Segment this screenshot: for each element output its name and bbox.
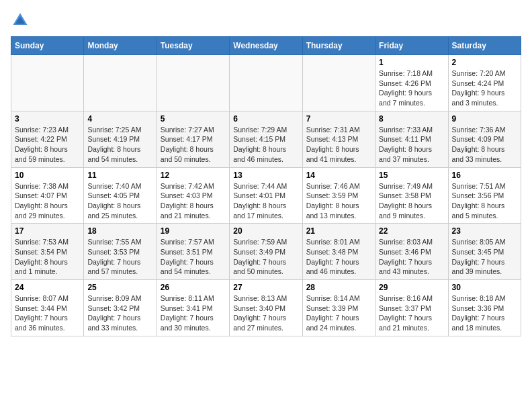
day-info: Sunrise: 8:13 AM Sunset: 3:40 PM Dayligh… bbox=[233, 293, 298, 333]
calendar-cell: 6Sunrise: 7:29 AM Sunset: 4:15 PM Daylig… bbox=[230, 111, 302, 167]
calendar-cell: 19Sunrise: 7:57 AM Sunset: 3:51 PM Dayli… bbox=[157, 224, 229, 280]
calendar-cell: 20Sunrise: 7:59 AM Sunset: 3:49 PM Dayli… bbox=[230, 224, 302, 280]
calendar-header-row: SundayMondayTuesdayWednesdayThursdayFrid… bbox=[11, 37, 521, 55]
day-info: Sunrise: 7:53 AM Sunset: 3:54 PM Dayligh… bbox=[15, 237, 80, 277]
day-number: 26 bbox=[161, 283, 226, 292]
calendar-cell: 11Sunrise: 7:40 AM Sunset: 4:05 PM Dayli… bbox=[84, 167, 157, 224]
day-number: 27 bbox=[233, 283, 298, 292]
day-number: 14 bbox=[306, 171, 371, 180]
calendar-week-row: 3Sunrise: 7:23 AM Sunset: 4:22 PM Daylig… bbox=[11, 111, 521, 167]
day-info: Sunrise: 7:27 AM Sunset: 4:17 PM Dayligh… bbox=[161, 125, 226, 165]
day-number: 6 bbox=[233, 114, 298, 124]
day-number: 9 bbox=[452, 114, 517, 124]
calendar-cell: 3Sunrise: 7:23 AM Sunset: 4:22 PM Daylig… bbox=[11, 111, 84, 167]
day-info: Sunrise: 8:14 AM Sunset: 3:39 PM Dayligh… bbox=[306, 293, 371, 333]
calendar-header-sunday: Sunday bbox=[11, 37, 84, 55]
day-number: 1 bbox=[379, 58, 444, 67]
calendar-cell: 27Sunrise: 8:13 AM Sunset: 3:40 PM Dayli… bbox=[230, 280, 302, 336]
calendar-week-row: 10Sunrise: 7:38 AM Sunset: 4:07 PM Dayli… bbox=[11, 167, 521, 224]
day-info: Sunrise: 7:40 AM Sunset: 4:05 PM Dayligh… bbox=[87, 181, 152, 221]
day-number: 23 bbox=[452, 226, 517, 236]
day-number: 17 bbox=[15, 226, 80, 236]
day-number: 21 bbox=[306, 226, 371, 236]
calendar-cell: 2Sunrise: 7:20 AM Sunset: 4:24 PM Daylig… bbox=[448, 55, 521, 111]
day-number: 15 bbox=[379, 171, 444, 180]
calendar-cell: 30Sunrise: 8:18 AM Sunset: 3:36 PM Dayli… bbox=[448, 280, 521, 336]
day-info: Sunrise: 7:44 AM Sunset: 4:01 PM Dayligh… bbox=[233, 181, 298, 221]
calendar-cell: 25Sunrise: 8:09 AM Sunset: 3:42 PM Dayli… bbox=[84, 280, 157, 336]
calendar-cell: 1Sunrise: 7:18 AM Sunset: 4:26 PM Daylig… bbox=[375, 55, 448, 111]
calendar-cell: 4Sunrise: 7:25 AM Sunset: 4:19 PM Daylig… bbox=[84, 111, 157, 167]
calendar-cell: 9Sunrise: 7:36 AM Sunset: 4:09 PM Daylig… bbox=[448, 111, 521, 167]
calendar-cell: 23Sunrise: 8:05 AM Sunset: 3:45 PM Dayli… bbox=[448, 224, 521, 280]
calendar-week-row: 1Sunrise: 7:18 AM Sunset: 4:26 PM Daylig… bbox=[11, 55, 521, 111]
page-header bbox=[11, 11, 521, 30]
calendar-cell: 22Sunrise: 8:03 AM Sunset: 3:46 PM Dayli… bbox=[375, 224, 448, 280]
day-number: 16 bbox=[452, 171, 517, 180]
day-number: 10 bbox=[15, 171, 80, 180]
calendar-cell: 18Sunrise: 7:55 AM Sunset: 3:53 PM Dayli… bbox=[84, 224, 157, 280]
day-info: Sunrise: 7:31 AM Sunset: 4:13 PM Dayligh… bbox=[306, 125, 371, 165]
day-info: Sunrise: 8:05 AM Sunset: 3:45 PM Dayligh… bbox=[452, 237, 517, 277]
calendar-header-friday: Friday bbox=[375, 37, 448, 55]
calendar-cell: 10Sunrise: 7:38 AM Sunset: 4:07 PM Dayli… bbox=[11, 167, 84, 224]
day-info: Sunrise: 8:01 AM Sunset: 3:48 PM Dayligh… bbox=[306, 237, 371, 277]
day-info: Sunrise: 7:49 AM Sunset: 3:58 PM Dayligh… bbox=[379, 181, 444, 221]
day-number: 11 bbox=[87, 171, 152, 180]
day-info: Sunrise: 8:16 AM Sunset: 3:37 PM Dayligh… bbox=[379, 293, 444, 333]
calendar-cell: 16Sunrise: 7:51 AM Sunset: 3:56 PM Dayli… bbox=[448, 167, 521, 224]
day-info: Sunrise: 7:46 AM Sunset: 3:59 PM Dayligh… bbox=[306, 181, 371, 221]
day-number: 5 bbox=[161, 114, 226, 124]
day-number: 20 bbox=[233, 226, 298, 236]
day-info: Sunrise: 7:55 AM Sunset: 3:53 PM Dayligh… bbox=[87, 237, 152, 277]
day-number: 13 bbox=[233, 171, 298, 180]
calendar-cell: 13Sunrise: 7:44 AM Sunset: 4:01 PM Dayli… bbox=[230, 167, 302, 224]
calendar-header-saturday: Saturday bbox=[448, 37, 521, 55]
calendar-cell: 29Sunrise: 8:16 AM Sunset: 3:37 PM Dayli… bbox=[375, 280, 448, 336]
day-number: 19 bbox=[161, 226, 226, 236]
day-info: Sunrise: 7:25 AM Sunset: 4:19 PM Dayligh… bbox=[87, 125, 152, 165]
calendar-header-monday: Monday bbox=[84, 37, 157, 55]
day-info: Sunrise: 8:18 AM Sunset: 3:36 PM Dayligh… bbox=[452, 293, 517, 333]
calendar-cell: 24Sunrise: 8:07 AM Sunset: 3:44 PM Dayli… bbox=[11, 280, 84, 336]
day-number: 24 bbox=[15, 283, 80, 292]
calendar-cell: 21Sunrise: 8:01 AM Sunset: 3:48 PM Dayli… bbox=[302, 224, 375, 280]
day-info: Sunrise: 7:51 AM Sunset: 3:56 PM Dayligh… bbox=[452, 181, 517, 221]
day-info: Sunrise: 7:20 AM Sunset: 4:24 PM Dayligh… bbox=[452, 68, 517, 108]
day-info: Sunrise: 8:09 AM Sunset: 3:42 PM Dayligh… bbox=[87, 293, 152, 333]
calendar-cell: 28Sunrise: 8:14 AM Sunset: 3:39 PM Dayli… bbox=[302, 280, 375, 336]
calendar-cell: 12Sunrise: 7:42 AM Sunset: 4:03 PM Dayli… bbox=[157, 167, 229, 224]
calendar-week-row: 24Sunrise: 8:07 AM Sunset: 3:44 PM Dayli… bbox=[11, 280, 521, 336]
day-number: 28 bbox=[306, 283, 371, 292]
calendar-cell: 15Sunrise: 7:49 AM Sunset: 3:58 PM Dayli… bbox=[375, 167, 448, 224]
calendar-cell bbox=[157, 55, 229, 111]
day-info: Sunrise: 8:03 AM Sunset: 3:46 PM Dayligh… bbox=[379, 237, 444, 277]
calendar-cell: 26Sunrise: 8:11 AM Sunset: 3:41 PM Dayli… bbox=[157, 280, 229, 336]
calendar-table: SundayMondayTuesdayWednesdayThursdayFrid… bbox=[11, 36, 521, 336]
day-number: 4 bbox=[87, 114, 152, 124]
day-info: Sunrise: 7:36 AM Sunset: 4:09 PM Dayligh… bbox=[452, 125, 517, 165]
day-info: Sunrise: 7:59 AM Sunset: 3:49 PM Dayligh… bbox=[233, 237, 298, 277]
calendar-header-tuesday: Tuesday bbox=[157, 37, 229, 55]
logo-icon bbox=[11, 11, 30, 30]
calendar-cell bbox=[302, 55, 375, 111]
calendar-cell bbox=[230, 55, 302, 111]
day-info: Sunrise: 7:38 AM Sunset: 4:07 PM Dayligh… bbox=[15, 181, 80, 221]
day-number: 8 bbox=[379, 114, 444, 124]
logo bbox=[11, 11, 32, 30]
day-info: Sunrise: 7:33 AM Sunset: 4:11 PM Dayligh… bbox=[379, 125, 444, 165]
day-number: 30 bbox=[452, 283, 517, 292]
calendar-header-wednesday: Wednesday bbox=[230, 37, 302, 55]
calendar-cell: 14Sunrise: 7:46 AM Sunset: 3:59 PM Dayli… bbox=[302, 167, 375, 224]
day-info: Sunrise: 7:57 AM Sunset: 3:51 PM Dayligh… bbox=[161, 237, 226, 277]
day-number: 18 bbox=[87, 226, 152, 236]
day-info: Sunrise: 7:23 AM Sunset: 4:22 PM Dayligh… bbox=[15, 125, 80, 165]
day-number: 7 bbox=[306, 114, 371, 124]
day-number: 22 bbox=[379, 226, 444, 236]
calendar-cell bbox=[11, 55, 84, 111]
day-number: 2 bbox=[452, 58, 517, 67]
day-info: Sunrise: 8:07 AM Sunset: 3:44 PM Dayligh… bbox=[15, 293, 80, 333]
calendar-cell: 7Sunrise: 7:31 AM Sunset: 4:13 PM Daylig… bbox=[302, 111, 375, 167]
calendar-cell bbox=[84, 55, 157, 111]
calendar-header-thursday: Thursday bbox=[302, 37, 375, 55]
